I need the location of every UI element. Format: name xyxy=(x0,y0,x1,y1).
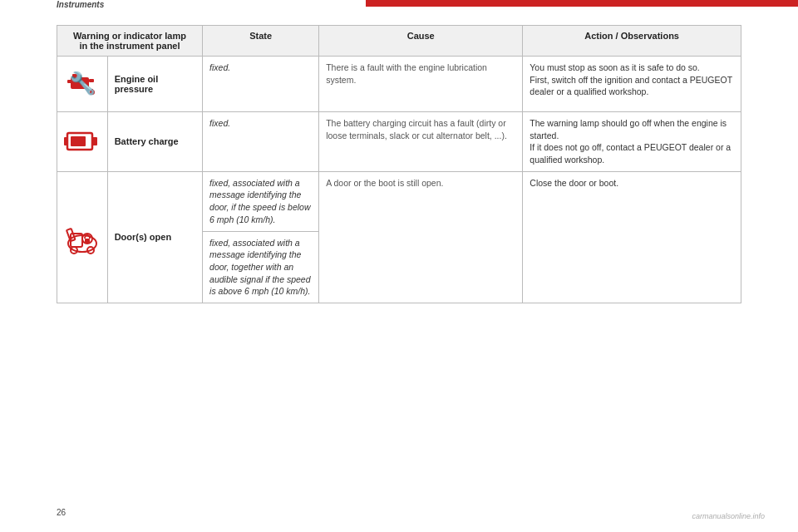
battery-cause: The battery charging circuit has a fault… xyxy=(319,112,523,172)
page-number: 26 xyxy=(57,508,66,517)
doors-open-icon xyxy=(61,216,104,258)
engine-oil-svg: 🔧 xyxy=(66,69,99,99)
table-row: 🔧 Engine oil pressure fixed. There is a … xyxy=(57,57,741,112)
engine-oil-icon: 🔧 xyxy=(61,63,104,105)
engine-oil-cause: There is a fault with the engine lubrica… xyxy=(319,57,523,112)
engine-oil-state: fixed. xyxy=(203,57,319,112)
battery-svg xyxy=(64,128,101,155)
col-header-action: Action / Observations xyxy=(523,26,741,57)
battery-icon-cell xyxy=(57,112,108,172)
svg-rect-15 xyxy=(85,239,90,243)
doors-open-name: Door(s) open xyxy=(107,171,202,303)
red-bar xyxy=(366,0,798,7)
table-row: Door(s) open fixed, associated with a me… xyxy=(57,171,741,231)
door-state-2: fixed, associated with a message identif… xyxy=(203,231,319,303)
table-row: Battery charge fixed. The battery chargi… xyxy=(57,112,741,172)
warning-lamps-table: Warning or indicator lamp in the instrum… xyxy=(57,25,741,303)
door-cause: A door or the boot is still open. xyxy=(319,171,523,303)
svg-rect-9 xyxy=(92,137,97,145)
svg-rect-8 xyxy=(71,136,86,146)
battery-charge-icon xyxy=(61,121,104,162)
col-header-lamp: Warning or indicator lamp in the instrum… xyxy=(57,26,203,57)
col-header-state: State xyxy=(203,26,319,57)
watermark: carmanualsonline.info xyxy=(692,512,765,520)
door-state-1: fixed, associated with a message identif… xyxy=(203,171,319,231)
battery-state: fixed. xyxy=(203,112,319,172)
svg-text:🔧: 🔧 xyxy=(69,70,96,96)
engine-oil-name: Engine oil pressure xyxy=(107,57,202,112)
main-table-container: Warning or indicator lamp in the instrum… xyxy=(57,25,741,303)
engine-oil-icon-cell: 🔧 xyxy=(57,57,108,112)
col-header-cause: Cause xyxy=(319,26,523,57)
battery-charge-name: Battery charge xyxy=(107,112,202,172)
engine-oil-action: You must stop as soon as it is safe to d… xyxy=(523,57,741,112)
battery-action: The warning lamp should go off when the … xyxy=(523,112,741,172)
svg-rect-10 xyxy=(64,137,67,145)
doors-icon-cell xyxy=(57,171,108,303)
door-action: Close the door or boot. xyxy=(523,171,741,303)
door-svg xyxy=(66,219,99,255)
